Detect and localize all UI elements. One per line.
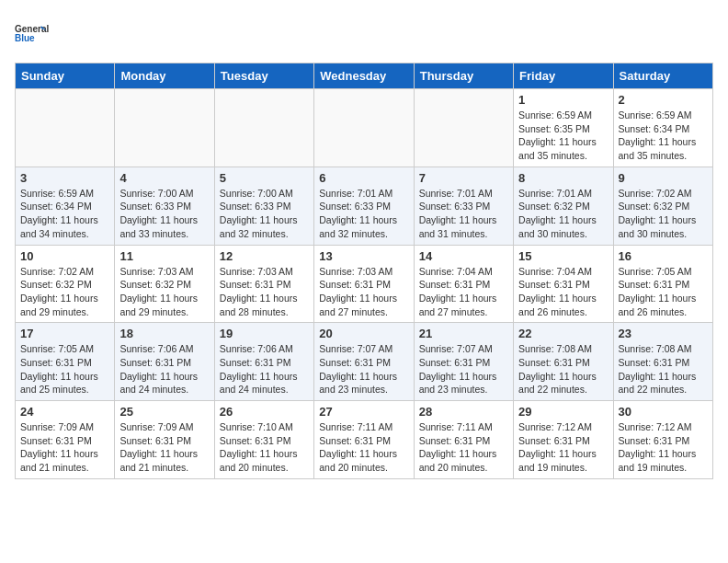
calendar-cell: 26Sunrise: 7:10 AM Sunset: 6:31 PM Dayli… (214, 401, 313, 479)
day-info: Sunrise: 7:02 AM Sunset: 6:32 PM Dayligh… (619, 187, 708, 241)
day-header-tuesday: Tuesday (214, 63, 313, 89)
day-number: 22 (518, 327, 608, 340)
day-info: Sunrise: 7:02 AM Sunset: 6:32 PM Dayligh… (20, 265, 109, 319)
day-number: 24 (20, 405, 109, 419)
day-number: 9 (619, 171, 708, 185)
day-info: Sunrise: 6:59 AM Sunset: 6:35 PM Dayligh… (518, 109, 608, 163)
day-info: Sunrise: 7:05 AM Sunset: 6:31 PM Dayligh… (20, 342, 109, 396)
day-number: 28 (419, 405, 508, 419)
calendar-cell: 18Sunrise: 7:06 AM Sunset: 6:31 PM Dayli… (115, 323, 214, 401)
day-number: 8 (518, 171, 608, 185)
calendar-cell: 27Sunrise: 7:11 AM Sunset: 6:31 PM Dayli… (314, 401, 414, 479)
day-info: Sunrise: 7:04 AM Sunset: 6:31 PM Dayligh… (518, 265, 608, 319)
day-number: 27 (319, 405, 408, 419)
calendar-cell: 14Sunrise: 7:04 AM Sunset: 6:31 PM Dayli… (414, 245, 513, 323)
calendar-cell: 2Sunrise: 6:59 AM Sunset: 6:34 PM Daylig… (613, 89, 712, 167)
day-info: Sunrise: 7:10 AM Sunset: 6:31 PM Dayligh… (220, 420, 309, 475)
day-info: Sunrise: 7:04 AM Sunset: 6:31 PM Dayligh… (419, 265, 508, 319)
day-number: 29 (518, 405, 608, 419)
calendar-cell (214, 89, 313, 167)
calendar-cell: 10Sunrise: 7:02 AM Sunset: 6:32 PM Dayli… (16, 245, 115, 323)
calendar-cell: 8Sunrise: 7:01 AM Sunset: 6:32 PM Daylig… (514, 167, 613, 245)
day-info: Sunrise: 7:08 AM Sunset: 6:31 PM Dayligh… (619, 342, 708, 396)
day-number: 13 (319, 249, 408, 263)
day-number: 15 (518, 249, 608, 263)
day-info: Sunrise: 7:01 AM Sunset: 6:33 PM Dayligh… (319, 187, 408, 241)
day-header-sunday: Sunday (16, 63, 115, 89)
day-info: Sunrise: 7:05 AM Sunset: 6:31 PM Dayligh… (619, 265, 708, 319)
day-number: 21 (419, 327, 508, 340)
day-number: 12 (220, 249, 309, 263)
calendar-cell: 24Sunrise: 7:09 AM Sunset: 6:31 PM Dayli… (16, 401, 115, 479)
day-number: 23 (619, 327, 708, 340)
day-number: 25 (119, 405, 209, 419)
day-number: 20 (319, 327, 408, 340)
day-number: 26 (220, 405, 309, 419)
day-info: Sunrise: 7:11 AM Sunset: 6:31 PM Dayligh… (319, 420, 408, 475)
calendar-cell: 12Sunrise: 7:03 AM Sunset: 6:31 PM Dayli… (214, 245, 313, 323)
calendar-cell: 22Sunrise: 7:08 AM Sunset: 6:31 PM Dayli… (514, 323, 613, 401)
day-number: 14 (419, 249, 508, 263)
day-info: Sunrise: 6:59 AM Sunset: 6:34 PM Dayligh… (20, 187, 109, 241)
day-info: Sunrise: 7:06 AM Sunset: 6:31 PM Dayligh… (119, 342, 209, 396)
day-info: Sunrise: 7:11 AM Sunset: 6:31 PM Dayligh… (419, 420, 508, 475)
calendar-cell: 15Sunrise: 7:04 AM Sunset: 6:31 PM Dayli… (514, 245, 613, 323)
calendar-cell (314, 89, 414, 167)
calendar-cell: 30Sunrise: 7:12 AM Sunset: 6:31 PM Dayli… (613, 401, 712, 479)
calendar-cell: 11Sunrise: 7:03 AM Sunset: 6:32 PM Dayli… (115, 245, 214, 323)
calendar-cell: 19Sunrise: 7:06 AM Sunset: 6:31 PM Dayli… (214, 323, 313, 401)
calendar-cell: 16Sunrise: 7:05 AM Sunset: 6:31 PM Dayli… (613, 245, 712, 323)
day-info: Sunrise: 7:12 AM Sunset: 6:31 PM Dayligh… (619, 420, 708, 475)
day-info: Sunrise: 7:03 AM Sunset: 6:31 PM Dayligh… (220, 265, 309, 319)
day-info: Sunrise: 7:07 AM Sunset: 6:31 PM Dayligh… (319, 342, 408, 396)
day-number: 1 (518, 93, 608, 107)
calendar-cell (414, 89, 513, 167)
day-info: Sunrise: 7:09 AM Sunset: 6:31 PM Dayligh… (20, 420, 109, 475)
day-header-saturday: Saturday (613, 63, 712, 89)
svg-text:Blue: Blue (15, 33, 35, 43)
day-number: 7 (419, 171, 508, 185)
day-number: 5 (220, 171, 309, 185)
calendar-cell: 17Sunrise: 7:05 AM Sunset: 6:31 PM Dayli… (16, 323, 115, 401)
day-info: Sunrise: 7:01 AM Sunset: 6:33 PM Dayligh… (419, 187, 508, 241)
day-header-thursday: Thursday (414, 63, 513, 89)
day-number: 2 (619, 93, 708, 107)
day-info: Sunrise: 7:12 AM Sunset: 6:31 PM Dayligh… (518, 420, 608, 475)
calendar-cell: 7Sunrise: 7:01 AM Sunset: 6:33 PM Daylig… (414, 167, 513, 245)
calendar-cell: 4Sunrise: 7:00 AM Sunset: 6:33 PM Daylig… (115, 167, 214, 245)
calendar-cell: 1Sunrise: 6:59 AM Sunset: 6:35 PM Daylig… (514, 89, 613, 167)
day-info: Sunrise: 6:59 AM Sunset: 6:34 PM Dayligh… (619, 109, 708, 163)
logo: GeneralBlue (15, 15, 51, 52)
day-number: 30 (619, 405, 708, 419)
day-number: 11 (119, 249, 209, 263)
calendar-cell: 13Sunrise: 7:03 AM Sunset: 6:31 PM Dayli… (314, 245, 414, 323)
calendar-cell: 29Sunrise: 7:12 AM Sunset: 6:31 PM Dayli… (514, 401, 613, 479)
day-number: 17 (20, 327, 109, 340)
calendar-cell: 21Sunrise: 7:07 AM Sunset: 6:31 PM Dayli… (414, 323, 513, 401)
calendar-cell: 25Sunrise: 7:09 AM Sunset: 6:31 PM Dayli… (115, 401, 214, 479)
day-number: 19 (220, 327, 309, 340)
calendar-table: SundayMondayTuesdayWednesdayThursdayFrid… (15, 63, 713, 479)
day-number: 6 (319, 171, 408, 185)
calendar-cell (115, 89, 214, 167)
calendar-cell: 3Sunrise: 6:59 AM Sunset: 6:34 PM Daylig… (16, 167, 115, 245)
day-header-monday: Monday (115, 63, 214, 89)
calendar-cell: 5Sunrise: 7:00 AM Sunset: 6:33 PM Daylig… (214, 167, 313, 245)
calendar-cell: 9Sunrise: 7:02 AM Sunset: 6:32 PM Daylig… (613, 167, 712, 245)
day-info: Sunrise: 7:07 AM Sunset: 6:31 PM Dayligh… (419, 342, 508, 396)
calendar-cell: 28Sunrise: 7:11 AM Sunset: 6:31 PM Dayli… (414, 401, 513, 479)
day-number: 16 (619, 249, 708, 263)
logo-icon: GeneralBlue (15, 15, 51, 52)
day-number: 10 (20, 249, 109, 263)
calendar-cell (16, 89, 115, 167)
calendar-cell: 20Sunrise: 7:07 AM Sunset: 6:31 PM Dayli… (314, 323, 414, 401)
day-info: Sunrise: 7:00 AM Sunset: 6:33 PM Dayligh… (220, 187, 309, 241)
page-header: GeneralBlue (15, 15, 713, 52)
day-info: Sunrise: 7:00 AM Sunset: 6:33 PM Dayligh… (119, 187, 209, 241)
day-info: Sunrise: 7:01 AM Sunset: 6:32 PM Dayligh… (518, 187, 608, 241)
day-info: Sunrise: 7:09 AM Sunset: 6:31 PM Dayligh… (119, 420, 209, 475)
day-info: Sunrise: 7:03 AM Sunset: 6:31 PM Dayligh… (319, 265, 408, 319)
day-info: Sunrise: 7:08 AM Sunset: 6:31 PM Dayligh… (518, 342, 608, 396)
day-header-friday: Friday (514, 63, 613, 89)
calendar-cell: 23Sunrise: 7:08 AM Sunset: 6:31 PM Dayli… (613, 323, 712, 401)
